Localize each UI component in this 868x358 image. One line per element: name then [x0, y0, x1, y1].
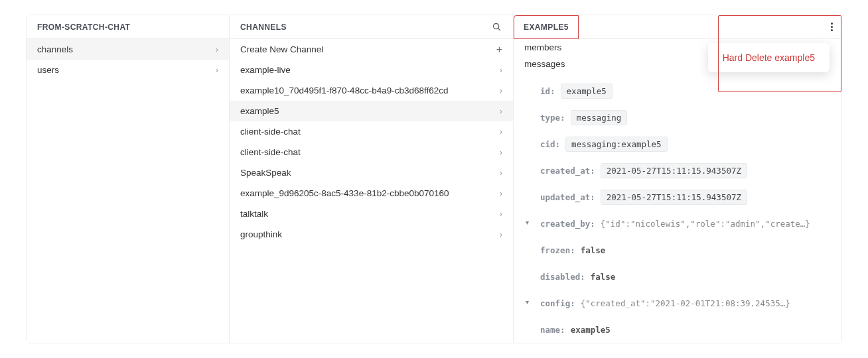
create-channel-row[interactable]: Create New Channel +: [230, 39, 513, 60]
channel-label: client-side-chat: [240, 147, 301, 157]
more-button[interactable]: [823, 15, 841, 39]
caret-down-icon: ▾: [526, 298, 529, 306]
app-container: FROM-SCRATCH-CHAT channels › users › CHA…: [26, 15, 842, 343]
channel-label: example_9d96205c-8ac5-433e-81b2-cbbe0b07…: [240, 188, 449, 198]
field-value: 2021-05-27T15:11:15.943507Z: [601, 163, 747, 178]
channel-row[interactable]: example10_70d495f1-f870-48cc-b4a9-cb3d68…: [230, 80, 513, 101]
field-key: id:: [540, 86, 555, 96]
channel-label: example10_70d495f1-f870-48cc-b4a9-cb3d68…: [240, 86, 449, 95]
field-value: messaging: [571, 110, 628, 125]
field-key: created_at:: [540, 166, 595, 176]
database-header: FROM-SCRATCH-CHAT: [27, 15, 229, 39]
more-vertical-icon: [831, 21, 833, 32]
channel-row[interactable]: SpeakSpeak ›: [230, 162, 513, 183]
channel-label: talktalk: [240, 209, 268, 219]
channel-label: example5: [240, 106, 279, 116]
field-key: type:: [540, 113, 565, 123]
field-value: false: [581, 245, 606, 255]
chevron-right-icon: ›: [500, 86, 502, 95]
channels-list: Create New Channel + example-live › exam…: [230, 39, 513, 245]
field-value: false: [591, 272, 616, 282]
sidebar-item-users[interactable]: users ›: [27, 60, 229, 80]
detail-title-text: EXAMPLE5: [524, 23, 569, 32]
chevron-right-icon: ›: [216, 66, 218, 74]
field-value: example5: [561, 84, 613, 99]
collection-list: channels › users ›: [27, 39, 229, 80]
channel-row[interactable]: example_9d96205c-8ac5-433e-81b2-cbbe0b07…: [230, 183, 513, 204]
sidebar-item-channels[interactable]: channels ›: [27, 39, 229, 60]
chevron-right-icon: ›: [500, 148, 502, 156]
svg-line-1: [498, 29, 500, 30]
field-disabled: disabled: false: [514, 263, 841, 290]
field-value: {"id":"nicolewis","role":"admin","create…: [601, 219, 810, 229]
field-key: config:: [540, 298, 575, 308]
field-key: cid:: [540, 139, 560, 149]
sidebar-item-label: channels: [37, 44, 73, 54]
chevron-right-icon: ›: [500, 209, 502, 218]
field-key: disabled:: [540, 272, 585, 282]
field-id: id: example5: [514, 78, 841, 104]
subsection-label: members: [524, 42, 561, 52]
field-created-at: created_at: 2021-05-27T15:11:15.943507Z: [514, 157, 841, 184]
chevron-right-icon: ›: [500, 66, 502, 74]
chevron-right-icon: ›: [500, 107, 502, 115]
field-type: type: messaging: [514, 104, 841, 131]
channels-title: CHANNELS: [240, 23, 287, 32]
field-key: name:: [540, 325, 565, 335]
field-created-by[interactable]: ▾ created_by: {"id":"nicolewis","role":"…: [514, 210, 841, 237]
subsection-label: messages: [524, 59, 565, 69]
hard-delete-menu-item[interactable]: Hard Delete example5: [708, 43, 830, 72]
channel-label: example-live: [240, 65, 291, 75]
field-frozen: frozen: false: [514, 237, 841, 263]
chevron-right-icon: ›: [500, 230, 502, 239]
chevron-right-icon: ›: [500, 168, 502, 177]
channel-row[interactable]: groupthink ›: [230, 224, 513, 245]
field-value: {"created_at":"2021-02-01T21:08:39.24535…: [581, 298, 790, 308]
field-name: name: example5: [514, 316, 841, 343]
field-value: example5: [571, 325, 611, 335]
channel-row[interactable]: example-live ›: [230, 60, 513, 80]
channel-row[interactable]: talktalk ›: [230, 204, 513, 224]
field-value: messaging:example5: [565, 137, 667, 152]
field-key: updated_at:: [540, 192, 595, 202]
detail-title: EXAMPLE5: [514, 15, 579, 39]
field-value: 2021-05-27T15:11:15.943507Z: [601, 190, 747, 205]
field-cid: cid: messaging:example5: [514, 131, 841, 157]
detail-header: EXAMPLE5: [514, 15, 841, 39]
sidebar-item-label: users: [37, 65, 59, 75]
plus-icon: +: [496, 44, 502, 55]
channels-header: CHANNELS: [230, 15, 513, 39]
detail-fields: id: example5 type: messaging cid: messag…: [514, 72, 841, 343]
chevron-right-icon: ›: [500, 189, 502, 198]
channel-row[interactable]: client-side-chat ›: [230, 142, 513, 162]
caret-down-icon: ▾: [526, 219, 529, 226]
channel-label: SpeakSpeak: [240, 168, 291, 178]
hard-delete-label: Hard Delete example5: [723, 52, 815, 63]
database-column: FROM-SCRATCH-CHAT channels › users ›: [27, 15, 230, 343]
field-config[interactable]: ▾ config: {"created_at":"2021-02-01T21:0…: [514, 290, 841, 316]
channel-row[interactable]: client-side-chat ›: [230, 121, 513, 142]
create-channel-label: Create New Channel: [240, 44, 323, 54]
field-key: created_by:: [540, 219, 595, 229]
channels-column: CHANNELS Create New Channel + example-li…: [230, 15, 514, 343]
chevron-right-icon: ›: [500, 127, 502, 136]
field-key: frozen:: [540, 245, 575, 255]
detail-column: EXAMPLE5 Hard Delete example5 members me…: [514, 15, 841, 343]
search-icon[interactable]: [490, 21, 502, 33]
channel-row[interactable]: example5 ›: [230, 101, 513, 121]
field-updated-at: updated_at: 2021-05-27T15:11:15.943507Z: [514, 184, 841, 210]
chevron-right-icon: ›: [216, 45, 218, 54]
channel-label: groupthink: [240, 229, 282, 239]
database-title: FROM-SCRATCH-CHAT: [37, 23, 130, 32]
channel-label: client-side-chat: [240, 127, 301, 137]
